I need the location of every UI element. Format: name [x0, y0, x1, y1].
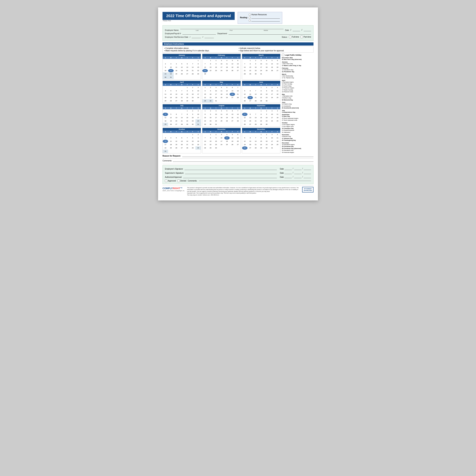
- cal-day-31[interactable]: 31: [269, 146, 275, 150]
- cal-day-16[interactable]: 16: [264, 116, 269, 119]
- cal-day-2[interactable]: 2: [264, 109, 269, 113]
- cal-day-11[interactable]: 11: [275, 89, 280, 93]
- cal-day-14[interactable]: 14: [253, 93, 258, 96]
- cal-day-10[interactable]: 10: [195, 113, 201, 116]
- cal-day-3[interactable]: 3: [213, 109, 219, 113]
- cal-day-17[interactable]: 17: [219, 66, 224, 69]
- cal-day-31[interactable]: 31: [195, 123, 201, 126]
- cal-day-18[interactable]: 18: [168, 143, 173, 146]
- cal-day-1[interactable]: 1: [258, 133, 264, 136]
- cal-day-28[interactable]: 28: [179, 99, 185, 103]
- cal-day-4[interactable]: 4: [219, 86, 224, 89]
- cal-day-29[interactable]: 29: [185, 123, 190, 126]
- cal-day-16[interactable]: 16: [264, 140, 269, 143]
- cal-day-3[interactable]: 3: [219, 59, 224, 62]
- hire-year-input[interactable]: [204, 36, 214, 38]
- cal-day-12[interactable]: 12: [242, 116, 247, 119]
- cal-day-17[interactable]: 17: [269, 140, 275, 143]
- cal-day-31[interactable]: 31: [213, 99, 219, 103]
- cal-day-9[interactable]: 9: [264, 136, 269, 140]
- cal-day-11[interactable]: 11: [264, 62, 269, 66]
- cal-day-26[interactable]: 26: [230, 69, 235, 72]
- cal-day-16[interactable]: 16: [213, 66, 219, 69]
- cal-day-9[interactable]: 9: [190, 89, 195, 93]
- approved-checkbox[interactable]: [165, 180, 167, 182]
- cal-day-23[interactable]: 23: [264, 96, 269, 99]
- cal-day-1[interactable]: 1: [208, 59, 213, 62]
- cal-day-21[interactable]: 21: [242, 69, 247, 72]
- cal-day-6[interactable]: 6: [185, 62, 190, 66]
- cal-day-10[interactable]: 10: [269, 113, 275, 116]
- cal-day-4[interactable]: 4: [163, 89, 168, 93]
- cal-day-29[interactable]: 29: [258, 146, 264, 150]
- cal-day-10[interactable]: 10: [219, 136, 224, 140]
- cal-day-22[interactable]: 22: [185, 119, 190, 123]
- cal-day-4[interactable]: 4: [174, 62, 179, 66]
- cal-day-21[interactable]: 21: [235, 93, 240, 96]
- cal-day-22[interactable]: 22: [202, 96, 208, 99]
- cal-day-17[interactable]: 17: [213, 93, 219, 96]
- cal-day-26[interactable]: 26: [230, 143, 235, 146]
- cal-day-24[interactable]: 24: [219, 69, 224, 72]
- fulltime-checkbox[interactable]: [289, 36, 291, 38]
- cal-day-20[interactable]: 20: [235, 66, 240, 69]
- cal-day-4[interactable]: 4: [275, 86, 280, 89]
- cal-day-2[interactable]: 2: [264, 86, 269, 89]
- cal-day-13[interactable]: 13: [230, 89, 235, 93]
- cal-day-16[interactable]: 16: [208, 93, 213, 96]
- cal-day-4[interactable]: 4: [163, 113, 168, 116]
- cal-day-27[interactable]: 27: [174, 123, 179, 126]
- cal-day-26[interactable]: 26: [242, 99, 247, 103]
- cal-day-20[interactable]: 20: [174, 96, 179, 99]
- cal-day-14[interactable]: 14: [202, 140, 208, 143]
- cal-day-27[interactable]: 27: [247, 99, 253, 103]
- cal-day-29[interactable]: 29: [202, 99, 208, 103]
- cal-day-17[interactable]: 17: [269, 116, 275, 119]
- cal-day-24[interactable]: 24: [219, 143, 224, 146]
- cal-day-5[interactable]: 5: [168, 113, 173, 116]
- cal-day-29[interactable]: 29: [202, 123, 208, 126]
- cal-day-8[interactable]: 8: [258, 89, 264, 93]
- cal-day-24[interactable]: 24: [269, 96, 275, 99]
- cal-day-3[interactable]: 3: [269, 133, 275, 136]
- cal-day-5[interactable]: 5: [242, 136, 247, 140]
- cal-day-4[interactable]: 4: [275, 133, 280, 136]
- cal-day-21[interactable]: 21: [253, 143, 258, 146]
- cal-day-2[interactable]: 2: [208, 109, 213, 113]
- cal-day-7[interactable]: 7: [190, 62, 195, 66]
- cal-day-3[interactable]: 3: [219, 133, 224, 136]
- cal-day-28[interactable]: 28: [190, 72, 195, 76]
- cal-day-8[interactable]: 8: [208, 62, 213, 66]
- cal-day-1[interactable]: 1: [258, 86, 264, 89]
- cal-day-6[interactable]: 6: [230, 86, 235, 89]
- cal-day-25[interactable]: 25: [224, 143, 230, 146]
- cal-day-20[interactable]: 20: [275, 66, 280, 69]
- cal-day-30[interactable]: 30: [195, 146, 201, 150]
- cal-day-22[interactable]: 22: [185, 96, 190, 99]
- cal-day-23[interactable]: 23: [195, 143, 201, 146]
- cal-day-24[interactable]: 24: [163, 146, 168, 150]
- cal-day-2[interactable]: 2: [190, 86, 195, 89]
- cal-day-22[interactable]: 22: [208, 143, 213, 146]
- cal-day-10[interactable]: 10: [269, 136, 275, 140]
- cal-day-2[interactable]: 2: [163, 62, 168, 66]
- cal-day-25[interactable]: 25: [174, 72, 179, 76]
- cal-day-6[interactable]: 6: [174, 89, 179, 93]
- cal-day-27[interactable]: 27: [230, 96, 235, 99]
- cal-day-12[interactable]: 12: [168, 116, 173, 119]
- cal-day-6[interactable]: 6: [230, 109, 235, 113]
- cal-day-15[interactable]: 15: [185, 116, 190, 119]
- cal-day-9[interactable]: 9: [213, 136, 219, 140]
- cal-day-4[interactable]: 4: [224, 59, 230, 62]
- cal-day-27[interactable]: 27: [247, 123, 253, 126]
- cal-day-20[interactable]: 20: [235, 140, 240, 143]
- cal-day-5[interactable]: 5: [174, 136, 179, 140]
- cal-day-20[interactable]: 20: [247, 143, 253, 146]
- cal-day-19[interactable]: 19: [242, 143, 247, 146]
- cal-day-9[interactable]: 9: [208, 89, 213, 93]
- cal-day-5[interactable]: 5: [179, 62, 185, 66]
- cal-day-26[interactable]: 26: [269, 69, 275, 72]
- cal-day-15[interactable]: 15: [258, 116, 264, 119]
- cal-day-1[interactable]: 1: [185, 86, 190, 89]
- cal-day-23[interactable]: 23: [190, 96, 195, 99]
